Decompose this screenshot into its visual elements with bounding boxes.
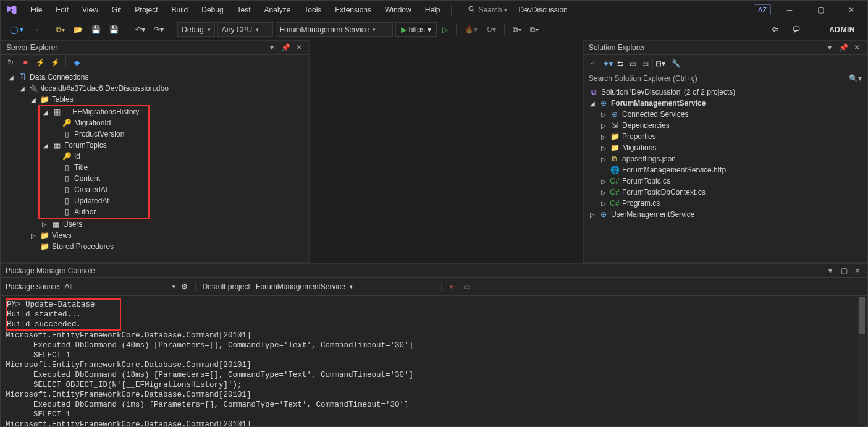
tree-col[interactable]: ▯Author	[40, 206, 148, 218]
show-all-icon[interactable]: ▭	[640, 59, 650, 68]
stop-icon[interactable]: ■	[20, 57, 31, 68]
menu-file[interactable]: File	[24, 3, 48, 17]
window-close[interactable]: ✕	[839, 1, 864, 19]
scrollbar-thumb[interactable]	[859, 297, 865, 334]
feedback-button[interactable]	[790, 22, 805, 37]
refresh-icon[interactable]: ↻	[5, 57, 16, 68]
tree-connection[interactable]: ◢🔌\localdb#a371dac6.DevDiscussion.dbo	[1, 83, 309, 94]
sync-icon[interactable]: ⇆	[615, 59, 625, 68]
menu-build[interactable]: Build	[166, 3, 195, 17]
live-share-button[interactable]	[768, 22, 783, 37]
panel-dropdown-icon[interactable]: ▾	[825, 43, 835, 52]
menu-search[interactable]: Search ▾	[464, 4, 511, 16]
tree-solution[interactable]: ⧉Solution 'DevDiscussion' (2 of 2 projec…	[584, 87, 867, 98]
start-no-debug-button[interactable]: ▷	[439, 22, 451, 37]
tree-table-forumtopics[interactable]: ◢▦ForumTopics	[40, 140, 148, 151]
scrollbar[interactable]	[857, 297, 866, 425]
disconnect-icon[interactable]: ⚡	[49, 57, 61, 68]
user-badge[interactable]: AZ	[754, 4, 771, 15]
default-project-dropdown[interactable]: ForumManagementService ▾	[256, 280, 435, 294]
window-maximize[interactable]: ▢	[808, 1, 833, 19]
browser-link-button[interactable]: ⧉▾	[510, 22, 525, 37]
undo-button[interactable]: ↶▾	[132, 22, 148, 37]
tree-data-connections[interactable]: ◢🗄Data Connections	[1, 72, 309, 83]
pmc-output[interactable]: PM> Update-Database Build started... Bui…	[1, 296, 856, 426]
hot-reload-button[interactable]: 🔥▾	[461, 22, 481, 37]
tree-node[interactable]: ▷⇲Dependencies	[584, 120, 867, 131]
tree-tables-folder[interactable]: ◢📁Tables	[1, 94, 309, 105]
pin-icon[interactable]: 📌	[838, 43, 848, 52]
pin-icon[interactable]: 📌	[280, 43, 290, 52]
home-icon[interactable]: ⌂	[588, 59, 597, 68]
tree-node[interactable]: ▷⊕Connected Services	[584, 109, 867, 120]
tree-project-2[interactable]: ▷⊕UserManagementService	[584, 209, 867, 220]
tree-table-efmh[interactable]: ◢▦__EFMigrationsHistory	[40, 106, 148, 117]
panel-dropdown-icon[interactable]: ▾	[267, 43, 277, 52]
menu-view[interactable]: View	[76, 3, 104, 17]
table-icon: ▦	[52, 108, 62, 116]
tree-col[interactable]: ▯Content	[40, 173, 148, 184]
menu-test[interactable]: Test	[231, 3, 257, 17]
tree-node[interactable]: 🌐ForumManagementService.http	[584, 164, 867, 175]
preview-icon[interactable]: —	[683, 59, 693, 68]
tree-node[interactable]: ▷C#ForumTopicDbContext.cs	[584, 187, 867, 198]
azure-icon[interactable]: ◆	[71, 57, 82, 68]
tree-col[interactable]: ▯ProductVersion	[40, 129, 148, 140]
menu-debug[interactable]: Debug	[195, 3, 229, 17]
menu-git[interactable]: Git	[106, 3, 127, 17]
solution-name-label[interactable]: DevDiscussion	[512, 3, 573, 17]
platform-dropdown[interactable]: Any CPU▾	[217, 22, 273, 37]
config-dropdown[interactable]: Debug▾	[177, 22, 214, 37]
menu-analyze[interactable]: Analyze	[258, 3, 297, 17]
menu-extensions[interactable]: Extensions	[329, 3, 377, 17]
pending-icon[interactable]: ▭	[628, 59, 638, 68]
restart-button[interactable]: ↻▾	[483, 22, 499, 37]
layout-button[interactable]: ⧉▾	[527, 22, 542, 37]
connect-icon[interactable]: ⚡	[35, 57, 46, 68]
nav-back-button[interactable]: ◯ ▾	[7, 22, 27, 37]
tree-node[interactable]: ▷C#ForumTopic.cs	[584, 175, 867, 187]
tree-col[interactable]: ▯Title	[40, 162, 148, 173]
save-all-button[interactable]: 💾	[106, 22, 122, 37]
tree-node[interactable]: ▷C#Program.cs	[584, 198, 867, 209]
menu-project[interactable]: Project	[129, 3, 164, 17]
new-item-button[interactable]: ⧉▾	[53, 22, 68, 37]
server-explorer-title: Server Explorer	[6, 43, 57, 52]
pin-icon[interactable]: ▢	[839, 266, 849, 275]
tree-col[interactable]: ▯CreatedAt	[40, 184, 148, 195]
tree-project-1[interactable]: ◢⊕ForumManagementService	[584, 98, 867, 109]
collapse-icon[interactable]: ⊟▾	[655, 59, 665, 68]
tree-node[interactable]: ▷📁Properties	[584, 131, 867, 142]
nav-forward-button[interactable]: →	[29, 22, 43, 37]
tree-node[interactable]: ▷📁Migrations	[584, 142, 867, 153]
panel-dropdown-icon[interactable]: ▾	[825, 266, 835, 275]
menu-edit[interactable]: Edit	[49, 3, 75, 17]
menu-tools[interactable]: Tools	[298, 3, 327, 17]
solution-search[interactable]: Search Solution Explorer (Ctrl+ç) 🔍▾	[584, 72, 867, 85]
gear-icon[interactable]: ⚙	[179, 282, 189, 291]
menu-help[interactable]: Help	[419, 3, 447, 17]
tree-col[interactable]: 🔑Id	[40, 151, 148, 162]
outdent-icon[interactable]: ⇤	[448, 282, 458, 291]
save-button[interactable]: 💾	[88, 22, 104, 37]
menu-window[interactable]: Window	[379, 3, 418, 17]
startup-dropdown[interactable]: ForumManagementService▾	[276, 22, 393, 37]
switch-view-icon[interactable]: ✦▾	[603, 59, 613, 68]
open-file-button[interactable]: 📂	[70, 22, 86, 37]
close-icon[interactable]: ✕	[852, 43, 862, 52]
tree-sp-folder[interactable]: 📁Stored Procedures	[1, 241, 309, 252]
tree-table-users[interactable]: ▷▦Users	[1, 219, 309, 230]
clear-icon[interactable]: ▭	[461, 282, 471, 291]
column-icon: ▯	[62, 130, 72, 138]
properties-icon[interactable]: 🔧	[671, 59, 681, 68]
close-icon[interactable]: ✕	[294, 43, 304, 52]
tree-node[interactable]: ▷🗎appsettings.json	[584, 153, 867, 164]
package-source-dropdown[interactable]: All ▾	[64, 280, 175, 294]
tree-col[interactable]: ▯UpdatedAt	[40, 195, 148, 206]
start-debug-button[interactable]: ▶https▾	[395, 22, 437, 37]
close-icon[interactable]: ✕	[853, 266, 862, 275]
tree-col[interactable]: 🔑MigrationId	[40, 117, 148, 129]
window-minimize[interactable]: ─	[777, 1, 802, 19]
redo-button[interactable]: ↷▾	[151, 22, 167, 37]
tree-views-folder[interactable]: ▷📁Views	[1, 230, 309, 241]
